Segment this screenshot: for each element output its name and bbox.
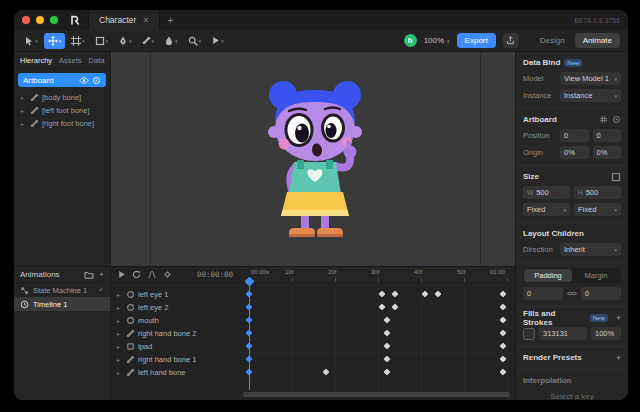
keyframe[interactable]	[383, 329, 390, 336]
graph-editor-icon[interactable]	[147, 270, 157, 279]
keyframe[interactable]	[383, 368, 390, 375]
chevron-right-icon[interactable]: ▸	[117, 330, 123, 337]
animation-item-state-machine[interactable]: State Machine 1 ✓	[14, 283, 110, 297]
width-mode-select[interactable]: Fixed ▾	[523, 203, 570, 216]
hierarchy-item-artboard[interactable]: Artboard	[18, 73, 106, 87]
timeline-scrollbar[interactable]	[243, 392, 510, 397]
new-folder-icon[interactable]	[84, 271, 94, 279]
chevron-right-icon[interactable]: ▸	[21, 120, 27, 127]
chevron-right-icon[interactable]: ▸	[117, 356, 123, 363]
paint-tool[interactable]: ▾	[160, 33, 182, 49]
track-row[interactable]: ▸right hand bone 2	[111, 327, 239, 340]
timeline-ruler[interactable]: 00:00s10f20f30f40f50f01:00	[239, 267, 515, 282]
maximize-window-button[interactable]	[50, 16, 58, 24]
tab-margin[interactable]: Margin	[572, 269, 620, 282]
close-window-button[interactable]	[22, 16, 30, 24]
avatar[interactable]: h	[404, 34, 417, 47]
playhead[interactable]	[249, 284, 250, 390]
tab-hierarchy[interactable]: Hierarchy	[20, 56, 52, 65]
keyframe[interactable]	[383, 342, 390, 349]
width-input[interactable]: W 500	[523, 186, 570, 199]
tab-assets[interactable]: Assets	[59, 56, 82, 65]
keyframe[interactable]	[499, 329, 506, 336]
color-hex-input[interactable]: 313131	[539, 327, 587, 340]
minimize-window-button[interactable]	[36, 16, 44, 24]
document-tab[interactable]: Character ×	[88, 10, 160, 30]
track-row[interactable]: ▸left hand bone	[111, 366, 239, 379]
add-render-preset-button[interactable]: +	[616, 353, 621, 363]
color-swatch[interactable]	[523, 328, 535, 340]
chevron-right-icon[interactable]: ▸	[21, 94, 27, 101]
keyframe[interactable]	[392, 303, 399, 310]
share-button[interactable]	[503, 33, 519, 48]
tab-data[interactable]: Data	[89, 56, 105, 65]
grid-icon[interactable]	[599, 115, 608, 124]
pen-tool[interactable]: ▾	[114, 33, 136, 49]
track-row[interactable]: ▸lpad	[111, 340, 239, 353]
keyframe[interactable]	[499, 316, 506, 323]
track-row[interactable]: ▸left eye 1	[111, 288, 239, 301]
new-tab-button[interactable]: +	[160, 15, 182, 26]
animation-item-timeline[interactable]: Timeline 1	[14, 297, 110, 311]
tab-animate[interactable]: Animate	[575, 33, 620, 48]
chevron-right-icon[interactable]: ▸	[117, 369, 123, 376]
keyframe[interactable]	[499, 355, 506, 362]
play-tool[interactable]: ▾	[207, 33, 228, 49]
track-row[interactable]: ▸right hand bone 1	[111, 353, 239, 366]
bone-tool[interactable]: ▾	[138, 33, 159, 49]
chevron-right-icon[interactable]: ▸	[117, 304, 123, 311]
origin-x-input[interactable]: 0%	[560, 146, 589, 159]
keyframe[interactable]	[379, 290, 386, 297]
keyframe[interactable]	[499, 303, 506, 310]
keyframe[interactable]	[379, 303, 386, 310]
artboard-tool[interactable]: ▾	[67, 33, 89, 49]
tab-padding[interactable]: Padding	[524, 269, 572, 282]
keyframe[interactable]	[499, 368, 506, 375]
origin-y-input[interactable]: 0%	[593, 146, 622, 159]
select-tool[interactable]: ▾	[20, 33, 42, 49]
opacity-input[interactable]: 100%	[591, 327, 621, 340]
target-icon[interactable]	[92, 76, 101, 85]
keyframe[interactable]	[422, 290, 429, 297]
model-select[interactable]: View Model 1 ▾	[560, 72, 621, 85]
timeline-grid[interactable]	[239, 288, 515, 400]
export-button[interactable]: Export	[457, 33, 496, 48]
loop-icon[interactable]	[132, 270, 141, 279]
keyframe[interactable]	[499, 290, 506, 297]
add-fill-button[interactable]: +	[616, 313, 621, 323]
direction-select[interactable]: Inherit ▾	[560, 243, 621, 256]
track-row[interactable]: ▸mouth	[111, 314, 239, 327]
add-key-icon[interactable]	[163, 270, 172, 279]
hierarchy-item[interactable]: ▸[left foot bone]	[14, 104, 110, 117]
tab-design[interactable]: Design	[532, 33, 573, 48]
target-icon[interactable]	[612, 115, 621, 124]
keyframe[interactable]	[392, 290, 399, 297]
position-y-input[interactable]: 0	[593, 129, 622, 142]
keyframe[interactable]	[323, 368, 330, 375]
height-mode-select[interactable]: Fixed ▾	[574, 203, 621, 216]
canvas[interactable]	[111, 52, 515, 266]
keyframe[interactable]	[383, 355, 390, 362]
track-row[interactable]: ▸left eye 2	[111, 301, 239, 314]
hierarchy-item[interactable]: ▸[body bone]	[14, 91, 110, 104]
padding-right-input[interactable]: 0	[581, 287, 621, 300]
instance-select[interactable]: Instance ▾	[560, 89, 621, 102]
hierarchy-item[interactable]: ▸[right foot bone]	[14, 117, 110, 130]
chevron-right-icon[interactable]: ▸	[117, 343, 123, 350]
chevron-right-icon[interactable]: ▸	[21, 107, 27, 114]
add-animation-button[interactable]: +	[99, 270, 104, 279]
visibility-icon[interactable]	[79, 77, 89, 84]
translate-tool[interactable]: ▾	[44, 33, 66, 49]
chevron-right-icon[interactable]: ▸	[117, 291, 123, 298]
zoom-control[interactable]: 100% ▾	[424, 36, 450, 45]
character-illustration[interactable]	[245, 78, 385, 240]
close-tab-icon[interactable]: ×	[143, 15, 148, 25]
chevron-right-icon[interactable]: ▸	[117, 317, 123, 324]
view-tool[interactable]: ▾	[184, 33, 206, 49]
play-button[interactable]	[117, 270, 126, 279]
shape-tool[interactable]: ▾	[91, 33, 113, 49]
height-input[interactable]: H 500	[574, 186, 621, 199]
keyframe[interactable]	[499, 342, 506, 349]
keyframe[interactable]	[435, 290, 442, 297]
position-x-input[interactable]: 0	[560, 129, 589, 142]
